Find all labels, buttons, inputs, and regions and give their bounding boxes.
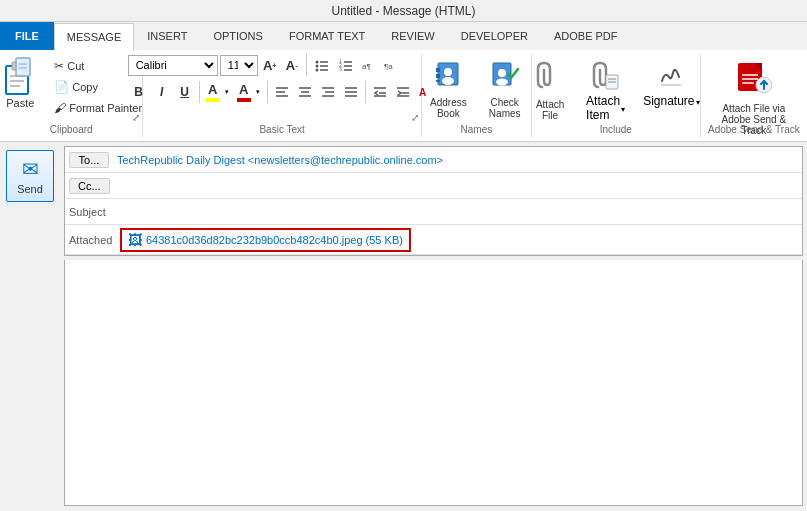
subject-input[interactable] [120, 206, 802, 218]
highlight-btn[interactable]: A [204, 81, 222, 103]
signature-label: Signature [643, 94, 694, 108]
tab-developer[interactable]: DEVELOPER [448, 22, 541, 50]
attach-file-button[interactable]: AttachFile [525, 54, 575, 116]
font-family-select[interactable]: Calibri [128, 55, 218, 76]
decrease-indent-btn[interactable] [369, 81, 391, 103]
svg-point-8 [315, 61, 318, 64]
svg-rect-5 [16, 58, 30, 76]
attach-item-dropdown[interactable]: ▾ [621, 105, 625, 114]
to-button[interactable]: To... [69, 152, 109, 168]
svg-point-45 [444, 68, 452, 76]
font-row: Calibri 11 A+ A- 1.2.3. a¶ ¶a [128, 54, 401, 76]
compose-area[interactable] [64, 260, 803, 506]
check-names-icon [490, 59, 520, 93]
subject-row: Subject [65, 199, 802, 225]
adobe-label: Adobe Send & Track [701, 124, 807, 135]
content-column: To... TechRepublic Daily Digest <newslet… [60, 142, 807, 510]
highlight-color-group[interactable]: A ▾ [203, 80, 233, 104]
increase-indent-btn[interactable] [392, 81, 414, 103]
to-value: TechRepublic Daily Digest <newsletters@t… [113, 152, 802, 168]
to-row: To... TechRepublic Daily Digest <newslet… [65, 147, 802, 173]
font-size-select[interactable]: 11 [220, 55, 258, 76]
svg-point-49 [496, 79, 508, 86]
email-form: To... TechRepublic Daily Digest <newslet… [64, 146, 803, 256]
tab-file[interactable]: FILE [0, 22, 54, 50]
increase-font-btn[interactable]: A+ [260, 55, 280, 75]
tab-insert[interactable]: INSERT [134, 22, 200, 50]
signature-button[interactable]: Signature ▾ [636, 54, 706, 116]
window-title: Untitled - Message (HTML) [331, 4, 475, 18]
check-names-button[interactable]: CheckNames [480, 54, 530, 116]
format-painter-icon: 🖌 [54, 101, 66, 115]
tab-message[interactable]: MESSAGE [54, 23, 134, 51]
basic-text-expander[interactable]: ⤢ [411, 112, 419, 123]
address-book-label: AddressBook [430, 97, 467, 119]
tab-review[interactable]: REVIEW [378, 22, 447, 50]
abc-btn2[interactable]: ¶a [381, 55, 401, 75]
names-label: Names [422, 124, 531, 135]
attach-item-button[interactable]: AttachItem ▾ [579, 54, 632, 116]
paste-icon [2, 57, 38, 97]
address-book-icon [433, 59, 463, 93]
bold-button[interactable]: B [128, 81, 150, 103]
cc-row: Cc... [65, 173, 802, 199]
font-color-btn[interactable]: A [235, 81, 253, 103]
signature-dropdown[interactable]: ▾ [696, 98, 700, 107]
attach-item-label: AttachItem [586, 94, 620, 122]
highlight-dropdown-arrow[interactable]: ▾ [222, 81, 232, 103]
svg-rect-43 [436, 74, 440, 78]
align-left-btn[interactable] [271, 81, 293, 103]
title-bar: Untitled - Message (HTML) [0, 0, 807, 22]
cut-icon: ✂ [54, 59, 64, 73]
main-layout: ✉ Send To... TechRepublic Daily Digest <… [0, 142, 807, 510]
include-group: AttachFile AttachItem ▾ [532, 54, 701, 137]
abc-btn[interactable]: a¶ [359, 55, 379, 75]
attached-file[interactable]: 🖼 64381c0d36d82bc232b9b0ccb482c4b0.jpeg … [120, 228, 411, 252]
svg-point-48 [498, 69, 506, 77]
send-label: Send [17, 183, 43, 195]
svg-rect-42 [436, 68, 440, 72]
attached-label: Attached [65, 234, 120, 246]
signature-label-row: Signature ▾ [643, 94, 699, 108]
ribbon-tabs: FILE MESSAGE INSERT OPTIONS FORMAT TEXT … [0, 22, 807, 50]
adobe-attach-icon [736, 59, 772, 99]
align-right-btn[interactable] [317, 81, 339, 103]
paste-button[interactable]: Paste [0, 54, 45, 112]
svg-point-12 [315, 69, 318, 72]
send-button[interactable]: ✉ Send [6, 150, 54, 202]
underline-button[interactable]: U [174, 81, 196, 103]
tab-format-text[interactable]: FORMAT TEXT [276, 22, 378, 50]
attached-row: Attached 🖼 64381c0d36d82bc232b9b0ccb482c… [65, 225, 802, 255]
italic-button[interactable]: I [151, 81, 173, 103]
send-column: ✉ Send [0, 142, 60, 510]
decrease-font-btn[interactable]: A- [282, 55, 302, 75]
svg-text:a¶: a¶ [362, 62, 371, 71]
bullet-list-btn[interactable] [311, 54, 333, 76]
font-color-group[interactable]: A ▾ [234, 80, 264, 104]
numbered-list-btn[interactable]: 1.2.3. [335, 54, 357, 76]
svg-text:¶a: ¶a [384, 62, 393, 71]
attach-file-icon [536, 59, 564, 95]
justify-btn[interactable] [340, 81, 362, 103]
attach-file-adobe-button[interactable]: Attach File viaAdobe Send & Track [707, 54, 801, 116]
svg-point-10 [315, 65, 318, 68]
subject-label: Subject [65, 206, 120, 218]
clipboard-label: Clipboard [0, 124, 142, 135]
clipboard-group: Paste ✂ Cut 📄 Copy 🖌 Format Painter Clip… [0, 54, 143, 137]
copy-icon: 📄 [54, 80, 69, 94]
basic-text-group: Calibri 11 A+ A- 1.2.3. a¶ ¶a [143, 54, 421, 137]
attached-file-name: 64381c0d36d82bc232b9b0ccb482c4b0.jpeg (5… [146, 234, 403, 246]
names-group: AddressBook CheckNames Names [422, 54, 532, 137]
tab-options[interactable]: OPTIONS [200, 22, 276, 50]
cc-button[interactable]: Cc... [69, 178, 110, 194]
align-center-btn[interactable] [294, 81, 316, 103]
address-book-button[interactable]: AddressBook [423, 54, 474, 116]
check-names-label: CheckNames [489, 97, 521, 119]
svg-text:3.: 3. [339, 66, 343, 72]
attach-item-label-row: AttachItem ▾ [586, 94, 625, 122]
attach-item-icon [592, 59, 620, 94]
tab-adobe-pdf[interactable]: ADOBE PDF [541, 22, 631, 50]
adobe-send-track-group: Attach File viaAdobe Send & Track Adobe … [701, 54, 807, 137]
font-color-dropdown-arrow[interactable]: ▾ [253, 81, 263, 103]
paste-label: Paste [6, 97, 34, 109]
